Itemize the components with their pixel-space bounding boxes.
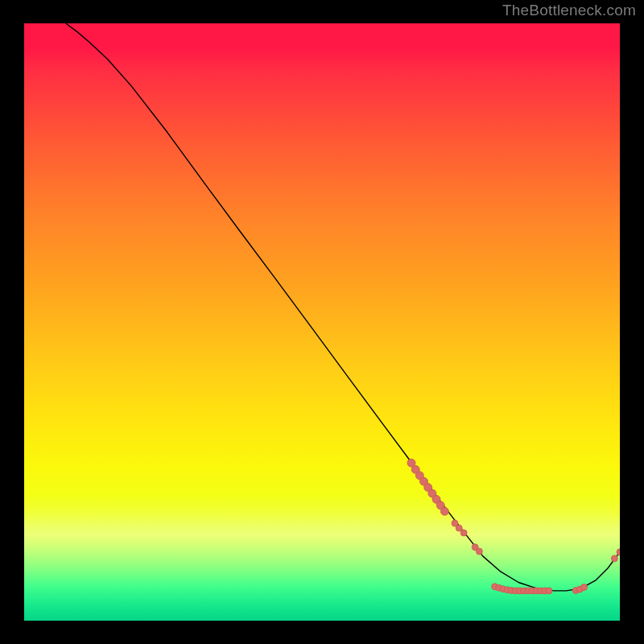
bottleneck-curve [66, 23, 620, 591]
highlight-dot [581, 584, 588, 590]
highlight-dot [476, 548, 482, 555]
highlight-dot [440, 507, 448, 515]
highlight-dot [546, 588, 552, 594]
chart-overlay [24, 23, 620, 621]
frame-bottom [0, 621, 644, 644]
highlight-dots-group [407, 459, 620, 594]
attribution-label: TheBottleneck.com [502, 2, 636, 19]
frame-left [0, 0, 24, 644]
frame-right [620, 0, 644, 644]
highlight-dot [611, 555, 617, 562]
highlight-dot [460, 530, 467, 536]
chart-root: { "attribution": "TheBottleneck.com", "c… [0, 0, 644, 644]
highlight-dot [617, 549, 620, 555]
highlight-dot [456, 525, 462, 531]
